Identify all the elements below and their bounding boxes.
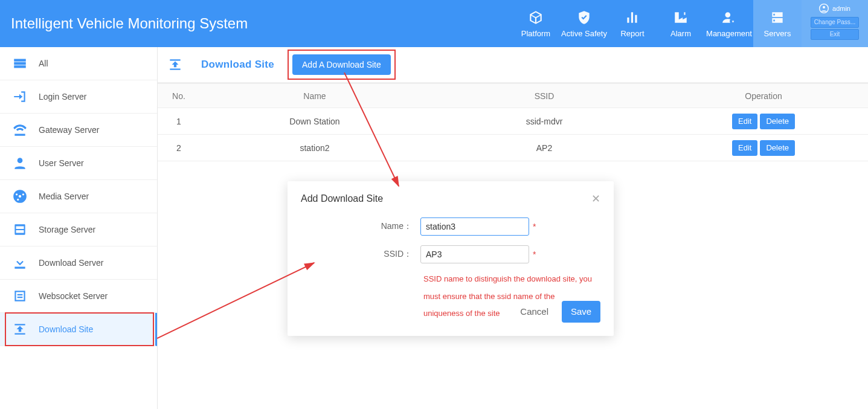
page-header: Download Site Add A Download Site: [158, 47, 868, 83]
sidebar-item-websocket[interactable]: Websocket Server: [0, 280, 157, 313]
factory-icon: [673, 10, 689, 25]
sidebar-item-label: Download Site: [39, 324, 93, 334]
svg-point-5: [16, 193, 18, 195]
nav-label: Servers: [764, 29, 791, 38]
col-op: Operation: [659, 84, 868, 108]
cell-name: Down Station: [200, 108, 429, 135]
all-icon: [12, 56, 28, 71]
sidebar-item-user[interactable]: User Server: [0, 147, 157, 180]
required-mark: *: [533, 250, 536, 259]
sidebar-item-label: Login Server: [39, 92, 86, 101]
sidebar-item-dl-site[interactable]: Download Site: [0, 313, 157, 346]
sidebar-item-storage[interactable]: Storage Server: [0, 213, 157, 246]
shield-check-icon: [576, 10, 592, 25]
svg-point-4: [19, 195, 21, 198]
add-download-site-modal: Add Download Site ✕ Name： * SSID： * SSID…: [288, 181, 614, 336]
sidebar-item-download[interactable]: Download Server: [0, 246, 157, 280]
user-gear-icon: [721, 10, 737, 25]
modal-title: Add Download Site: [301, 193, 383, 204]
edit-button[interactable]: Edit: [732, 114, 757, 129]
nav-label: Platform: [521, 29, 550, 38]
svg-point-1: [823, 6, 825, 8]
save-button[interactable]: Save: [562, 301, 600, 323]
user-box: admin Change Pass... Exit: [802, 0, 868, 47]
nav-servers[interactable]: Servers: [753, 0, 802, 47]
sidebar-item-all[interactable]: All: [0, 47, 157, 80]
svg-point-6: [22, 193, 24, 195]
storage-icon: [12, 222, 28, 237]
dl-site-icon: [12, 321, 28, 337]
server-icon: [770, 10, 785, 25]
delete-button[interactable]: Delete: [760, 114, 795, 129]
sidebar: AllLogin ServerGateway ServerUser Server…: [0, 47, 158, 409]
ssid-input[interactable]: [420, 245, 529, 263]
col-no: No.: [158, 84, 200, 108]
cube-icon: [528, 10, 544, 25]
download-site-table: No. Name SSID Operation 1Down Stationssi…: [158, 83, 868, 161]
nav-label: Report: [620, 29, 644, 38]
cell-name: station2: [200, 135, 429, 161]
name-label: Name：: [288, 221, 420, 232]
sidebar-item-login[interactable]: Login Server: [0, 80, 157, 114]
app-title: Intelligent Vehicle Monitoring System: [11, 15, 248, 32]
cell-no: 1: [158, 108, 200, 135]
username: admin: [832, 5, 850, 12]
delete-button[interactable]: Delete: [760, 140, 795, 156]
cell-no: 2: [158, 135, 200, 161]
required-mark: *: [533, 222, 536, 231]
sidebar-item-label: Gateway Server: [39, 125, 99, 135]
cell-op: EditDelete: [659, 108, 868, 135]
sidebar-item-label: Media Server: [39, 192, 89, 201]
gateway-icon: [12, 122, 28, 138]
change-password-button[interactable]: Change Pass...: [811, 17, 859, 28]
nav-label: Alarm: [670, 29, 691, 38]
download-icon: [12, 255, 28, 271]
nav-report[interactable]: Report: [608, 0, 657, 47]
add-download-site-button[interactable]: Add A Download Site: [292, 54, 391, 75]
col-name: Name: [200, 84, 429, 108]
ssid-label: SSID：: [288, 249, 420, 260]
page-title: Download Site: [201, 59, 274, 71]
cancel-button[interactable]: Cancel: [520, 306, 548, 317]
svg-point-7: [17, 199, 19, 201]
col-ssid: SSID: [429, 84, 659, 108]
nav-active-safety[interactable]: Active Safety: [560, 0, 608, 47]
sidebar-item-label: Websocket Server: [39, 291, 108, 301]
table-row: 2station2AP2EditDelete: [158, 135, 868, 161]
app-header: Intelligent Vehicle Monitoring System Pl…: [0, 0, 868, 47]
download-site-icon: [167, 57, 183, 72]
cell-ssid: ssid-mdvr: [429, 108, 659, 135]
nav-management[interactable]: Management: [705, 0, 753, 47]
table-body: 1Down Stationssid-mdvrEditDelete2station…: [158, 108, 868, 161]
user-icon: [12, 155, 28, 171]
sidebar-item-label: Storage Server: [39, 225, 95, 234]
sidebar-item-label: User Server: [39, 158, 84, 168]
nav-alarm[interactable]: Alarm: [657, 0, 705, 47]
exit-button[interactable]: Exit: [811, 29, 859, 40]
sidebar-item-gateway[interactable]: Gateway Server: [0, 114, 157, 147]
edit-button[interactable]: Edit: [732, 140, 757, 156]
sidebar-item-label: All: [39, 59, 48, 68]
svg-point-2: [18, 158, 23, 163]
sidebar-item-label: Download Server: [39, 258, 103, 268]
media-icon: [12, 188, 28, 204]
sidebar-item-media[interactable]: Media Server: [0, 180, 157, 213]
websocket-icon: [12, 288, 28, 304]
cell-ssid: AP2: [429, 135, 659, 161]
cell-op: EditDelete: [659, 135, 868, 161]
bar-chart-icon: [625, 10, 640, 25]
user-avatar-icon: [819, 4, 829, 13]
table-row: 1Down Stationssid-mdvrEditDelete: [158, 108, 868, 135]
top-nav: Platform Active Safety Report Alarm Mana…: [512, 0, 802, 47]
name-input[interactable]: [420, 217, 529, 236]
nav-platform[interactable]: Platform: [512, 0, 560, 47]
nav-label: Active Safety: [561, 29, 607, 38]
login-icon: [12, 89, 28, 105]
modal-close-icon[interactable]: ✕: [591, 192, 600, 205]
nav-label: Management: [706, 29, 752, 38]
